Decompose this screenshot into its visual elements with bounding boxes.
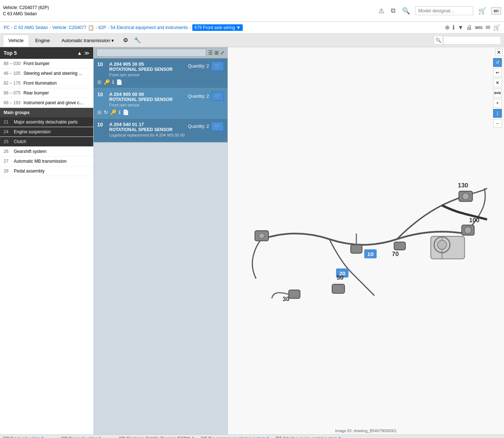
zoom-in-icon[interactable]: ⊕ [445,24,450,31]
info-icon-p1[interactable]: ℹ [112,79,114,85]
breadcrumb: PC › C 63 AMG Sedan › Vehicle: C204077 📋… [0,22,504,33]
sidebar-item-top5-5[interactable]: 68 – 193 Instrument panel and glove c... [0,98,93,108]
language-button[interactable]: en [491,7,501,15]
diagram-rotate-icon[interactable]: ↺ [493,58,502,67]
breadcrumb-electrical[interactable]: 54 Electrical equipment and instruments [111,25,188,30]
parts-list-header: ☰ ⊞ ⤢ [94,47,228,58]
tab-settings-icon[interactable]: ⚙ [120,35,131,45]
thumb-labels: 679 Front axle wiring ✎ 680 Rear axle wi… [0,435,504,438]
sidebar-item-top5-4[interactable]: 88 – 075 Rear bumper [0,88,93,98]
grid-icon-p2[interactable]: ⊞ [97,109,102,115]
edit-icon-755[interactable]: ✎ [339,436,341,438]
part-item-2: 10 A 204 905 00 00 ROTATIONAL SPEED SENS… [94,89,228,119]
thumb-label-695: 695 Electronic Stability Program (ESP®) … [116,435,198,438]
sidebar-item-24[interactable]: 24 Engine suspension [0,127,93,137]
svg-text:30: 30 [283,296,290,303]
svg-text:130: 130 [458,182,468,189]
cart-icon-breadcrumb[interactable]: 🛒 [493,24,500,31]
breadcrumb-tools: ⊕ ℹ ▼ 🖨 WIS ✉ 🛒 [445,24,500,31]
edit-icon-679[interactable]: ✎ [41,436,44,438]
key-icon-p2[interactable]: 🔑 [110,109,116,115]
tab-wrench-icon[interactable]: 🔧 [131,35,144,45]
part-icons-2: ⊞ ↻ 🔑 ℹ 📄 [97,109,224,115]
diagram-area: ✕ ↺ ↩ ✕ SVG + | − [228,47,504,434]
tab-vehicle[interactable]: Vehicle [3,35,29,46]
top5-items: 88 – 030 Front bumper 46 – 105 Steering … [0,59,93,108]
sidebar-item-26[interactable]: 26 Gearshift system [0,147,93,157]
svg-point-8 [464,227,471,234]
thumb-label-755: 755 Adaptive cruise control system ✎ [273,435,344,438]
part-icons-1: ⊞ 🔑 ℹ 📄 [97,79,224,85]
sidebar-controls: ▲ ≫ [77,50,90,56]
svg-point-14 [438,240,447,250]
diagram-svg: 10 20 30 50 70 100 130 [228,47,504,420]
svg-text:70: 70 [392,251,399,257]
diagram-svg-icon[interactable]: SVG [493,89,502,97]
tab-automatic-transmission[interactable]: Automatic transmission ▾ [56,35,119,46]
sidebar-item-25[interactable]: 25 Clutch [0,137,93,147]
svg-rect-4 [289,290,300,298]
edit-icon-695[interactable]: ✎ [192,436,195,438]
sidebar-item-28[interactable]: 28 Pedal assembly [0,166,93,176]
tab-engine[interactable]: Engine [30,35,55,46]
diagram-image-id: Image ID: drawing_B54679000001 [228,429,504,433]
doc-icon-p2[interactable]: 📄 [123,109,129,115]
sidebar: Top 5 ▲ ≫ 88 – 030 Front bumper 46 – 105… [0,47,94,434]
edit-icon-680[interactable]: ✎ [99,436,102,438]
header-icons: ☰ ⊞ ⤢ [208,50,225,56]
sidebar-item-27[interactable]: 27 Automatic MB transmission [0,157,93,166]
grid-icon[interactable]: ⊞ [214,50,219,56]
part-item-3: 10 A 204 540 01 17 ROTATIONAL SPEED SENS… [94,119,228,142]
doc-icon-p1[interactable]: 📄 [116,79,122,85]
sidebar-item-top5-1[interactable]: 88 – 030 Front bumper [0,59,93,69]
refresh-icon-p2[interactable]: ↻ [104,109,108,115]
breadcrumb-model[interactable]: C 63 AMG Sedan [14,25,48,30]
copy-icon[interactable]: ⧉ [389,6,397,15]
nav-search-input[interactable] [443,36,501,45]
mail-icon[interactable]: ✉ [485,24,490,31]
info-icon[interactable]: ℹ [452,24,455,31]
sidebar-item-21[interactable]: 21 Major assembly detachable parts [0,117,93,127]
diagram-reset-icon[interactable]: ↩ [493,68,502,77]
breadcrumb-active[interactable]: 679 Front axle wiring ▼ [192,24,243,31]
sidebar-expand-btn[interactable]: ≫ [84,50,90,56]
diagram-zoomin-icon[interactable]: + [493,99,502,108]
breadcrumb-pc[interactable]: PC [4,25,10,30]
sidebar-header: Top 5 ▲ ≫ [0,47,93,59]
search-icon-header[interactable]: 🔍 [401,6,411,16]
nav-search-icon[interactable]: 🔍 [434,36,443,45]
cart-icon-header[interactable]: 🛒 [477,6,488,16]
add-to-cart-btn-1[interactable]: 🛒 [211,61,224,71]
breadcrumb-vehicle[interactable]: Vehicle: C204077 [52,25,86,30]
warning-icon[interactable]: ⚠ [377,6,386,16]
list-icon[interactable]: ☰ [208,50,213,56]
vehicle-info: Vehicle: C204077 (62P) C 63 AMG Sedan [3,5,49,17]
sidebar-item-top5-2[interactable]: 46 – 105 Steering wheel and steering ... [0,69,93,78]
diagram-tools: ↺ ↩ ✕ SVG + | − [493,58,502,128]
info-icon-p2[interactable]: ℹ [119,109,120,115]
add-to-cart-btn-3[interactable]: 🛒 [211,122,224,131]
wis-icon[interactable]: WIS [475,25,483,30]
breadcrumb-62p[interactable]: 62P [98,25,106,30]
main-layout: Top 5 ▲ ≫ 88 – 030 Front bumper 46 – 105… [0,47,504,434]
svg-point-2 [259,233,265,239]
sidebar-collapse-btn[interactable]: ▲ [77,50,82,56]
diagram-scroll-icon[interactable]: | [493,109,502,118]
diagram-zoomout-icon[interactable]: − [493,119,502,128]
edit-icon-745[interactable]: ✎ [267,436,270,438]
key-icon-p1[interactable]: 🔑 [104,79,110,85]
part-item-1: 10 A 204 905 30 05 ROTATIONAL SPEED SENS… [94,58,228,89]
print-icon[interactable]: 🖨 [466,24,472,31]
parts-search-input[interactable] [97,49,206,57]
thumb-label-680: 680 Rear axle wiring ✎ [58,435,116,438]
diagram-close-btn[interactable]: ✕ [495,49,503,56]
filter-icon[interactable]: ▼ [458,24,463,31]
expand-icon[interactable]: ⤢ [220,50,225,56]
grid-icon-p1[interactable]: ⊞ [97,79,102,85]
sidebar-item-top5-3[interactable]: 82 – 175 Front illumination [0,78,93,88]
model-search-input[interactable] [415,6,473,15]
vehicle-line2: C 63 AMG Sedan [3,11,49,17]
top-header: Vehicle: C204077 (62P) C 63 AMG Sedan ⚠ … [0,0,504,22]
add-to-cart-btn-2[interactable]: 🛒 [211,92,224,101]
diagram-cross-icon[interactable]: ✕ [493,78,502,87]
